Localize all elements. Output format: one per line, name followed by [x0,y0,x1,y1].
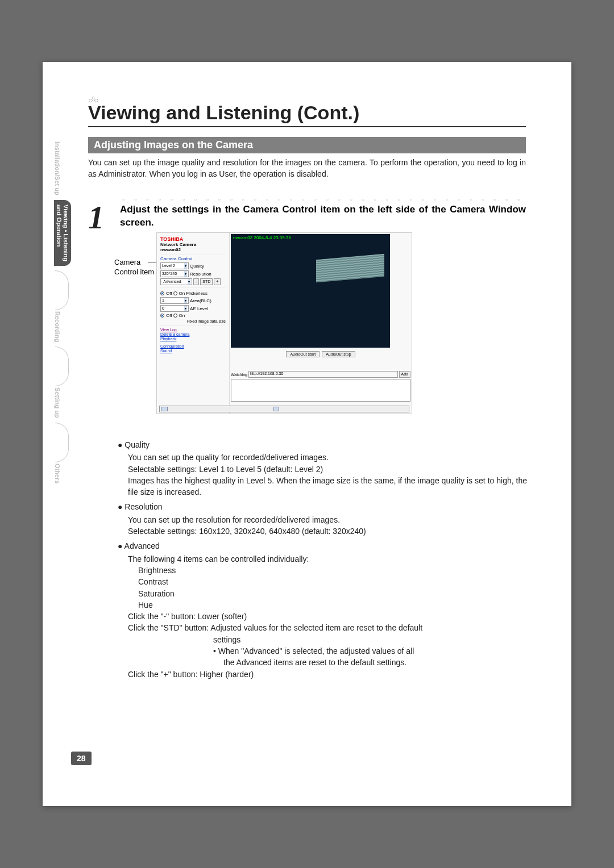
fixed-off-radio[interactable] [160,314,164,318]
callout-line1: Camera [114,258,140,266]
camera-sidebar: TOSHIBA Network Camera nwcam02 Camera Co… [157,233,230,414]
scroll-left-icon[interactable] [161,407,168,411]
quality-row: Level 2▾ Quality [160,262,226,269]
flickerless-on-radio[interactable] [173,291,177,295]
on-label-2: On [179,313,185,318]
audio-start-button[interactable]: AudioOut start [286,351,320,357]
std-button[interactable]: STD [200,278,213,285]
callout-line2: Control item [114,268,154,276]
advanced-heading: Advanced [118,540,527,552]
watching-row: Watching http://192.168.0.30 Add [231,371,410,378]
area-blc-row: 1▾ Area(BLC) [160,297,226,304]
dots-decoration: ○ ○ ○ ○ ○ ○ ○ ○ ○ ○ ○ ○ ○ ○ ○ ○ ○ ○ ○ ○ … [122,197,526,202]
flickerless-label: Flickerless [186,291,208,296]
advanced-item-hue: Hue [138,600,153,610]
video-content [316,254,384,282]
flickerless-row: Off On Flickerless [160,291,226,296]
step-block: ○ ○ ○ ○ ○ ○ ○ ○ ○ ○ ○ ○ ○ ○ ○ ○ ○ ○ ○ ○ … [88,197,526,232]
audio-stop-button[interactable]: AudioOut stop [322,351,355,357]
fixed-size-label: Fixed image data size [160,319,226,323]
advanced-select[interactable]: -Advanced-▾ [160,278,192,285]
intro-paragraph: You can set up the image quality and res… [88,157,526,180]
plus-button[interactable]: + [214,278,221,285]
advanced-item-contrast: Contrast [138,577,168,586]
settings-details: Quality You can set up the quality for r… [118,437,527,683]
advanced-std-bullet1: • When "Advanced" is selected, the adjus… [213,646,414,656]
on-label: On [179,291,185,296]
ae-value: 0 [162,306,164,311]
flickerless-off-radio[interactable] [160,291,164,295]
resolution-desc: You can set up the resolution for record… [128,514,527,537]
advanced-value: -Advanced- [162,279,182,285]
resolution-p2: Selectable settings: 160x120, 320x240, 6… [128,527,366,536]
advanced-std-note: Click the "STD" button: Adjusted values … [128,623,422,632]
side-nav: Installation/Set up Viewing • Listening … [54,141,71,489]
advanced-item-brightness: Brightness [138,566,176,575]
minus-button[interactable]: - [193,278,199,285]
camera-window-screenshot: TOSHIBA Network Camera nwcam02 Camera Co… [156,232,418,414]
camera-list[interactable] [231,379,410,402]
video-timestamp: nwcam02 2004-8-4 23:09:36 [233,235,291,240]
nav-active-line2: and Operation [56,205,63,247]
resolution-select[interactable]: 320*240▾ [160,270,189,277]
nav-others[interactable]: Others [54,464,61,483]
advanced-desc: The following 4 items can be controlled … [128,553,527,680]
nav-arc-2 [55,347,69,386]
camera-window: TOSHIBA Network Camera nwcam02 Camera Co… [156,232,412,414]
watching-input[interactable]: http://192.168.0.30 [248,371,398,378]
area-label: Area(BLC) [190,298,211,303]
callout-label: Camera Control item [114,258,154,277]
camera-main-panel: nwcam02 2004-8-4 23:09:36 AudioOut start… [230,233,412,414]
advanced-std-bullet2: the Advanced items are reset to the defa… [223,658,406,667]
scroll-right-icon[interactable] [273,407,279,411]
manual-page: ○○○ Viewing and Listening (Cont.) Adjust… [43,62,571,806]
configuration-link[interactable]: Configuration [160,344,226,348]
quality-p2: Selectable settings: Level 1 to Level 5 … [128,465,323,474]
off-label: Off [166,291,172,296]
quality-select[interactable]: Level 2▾ [160,262,189,269]
model-label: nwcam02 [160,247,226,252]
chevron-down-icon: ▾ [184,271,187,277]
area-value: 1 [162,298,164,303]
nav-installation[interactable]: Installation/Set up [54,141,61,195]
audio-controls: AudioOut start AudioOut stop [231,351,410,357]
nav-setting-up[interactable]: Setting up [54,387,61,418]
fixed-on-radio[interactable] [173,314,177,318]
chevron-down-icon: ▾ [184,263,187,269]
quality-desc: You can set up the quality for recorded/… [128,452,527,498]
page-number: 28 [71,752,92,765]
quality-heading: Quality [118,439,527,450]
step-number: 1 [88,203,120,232]
nav-recording[interactable]: Recording [54,311,61,342]
view-log-link[interactable]: View Log [160,328,226,332]
delete-camera-link[interactable]: Delete a camera [160,332,226,336]
quality-p3: Images has the highest quality in Level … [128,476,527,496]
advanced-row: -Advanced-▾ - STD + [160,278,226,285]
fixed-size-row: Off On [160,313,226,318]
quality-label: Quality [190,264,204,269]
add-button[interactable]: Add [399,371,410,378]
callout-leader-line [148,262,157,262]
ae-label: AE Level [190,306,208,311]
nav-arc-3 [55,423,69,462]
ae-level-row: 0▾ AE Level [160,305,226,312]
area-select[interactable]: 1▾ [160,297,189,304]
sound-link[interactable]: Sound [160,349,226,353]
resolution-value: 320*240 [162,271,177,277]
advanced-item-saturation: Saturation [138,589,175,598]
resolution-heading: Resolution [118,501,527,512]
nav-arc-1 [55,270,69,310]
nav-viewing-listening[interactable]: Viewing • Listening and Operation [54,200,71,266]
ae-select[interactable]: 0▾ [160,305,189,312]
resolution-row: 320*240▾ Resolution [160,270,226,277]
nav-active-line1: Viewing • Listening [63,205,69,261]
chevron-down-icon: ▾ [184,298,187,303]
step-instruction: Adjust the settings in the Camera Contro… [120,203,526,229]
toshiba-logo: TOSHIBA [160,236,226,242]
playback-link[interactable]: Playback [160,337,226,341]
horizontal-scrollbar[interactable] [159,406,409,412]
resolution-p1: You can set up the resolution for record… [128,515,340,524]
off-label-2: Off [166,313,172,318]
page-title: Viewing and Listening (Cont.) [88,102,526,127]
product-label: Network Camera [160,242,226,247]
